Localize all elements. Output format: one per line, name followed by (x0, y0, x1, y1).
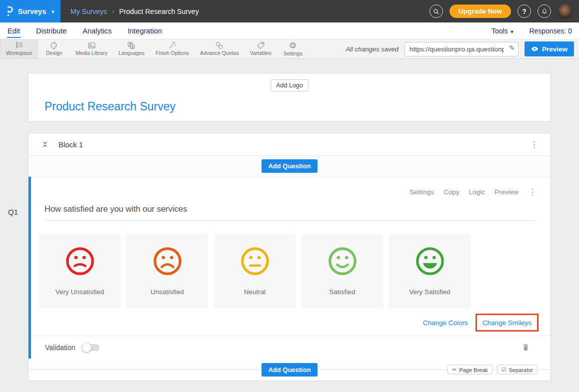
toolbar-item-label: Workspace (6, 50, 32, 57)
toolbar-item-languages[interactable]: Languages (113, 39, 150, 58)
block-title[interactable]: Block 1 (58, 140, 83, 149)
change-colors-link[interactable]: Change Colors (423, 319, 468, 327)
footer-actions: ✂ Page Break ☑ Separator (448, 365, 538, 375)
validation-toggle[interactable] (82, 344, 100, 351)
question-mark-icon: ? (522, 7, 526, 15)
block-footer: Add Question ✂ Page Break ☑ Separator (28, 359, 550, 381)
edit-url-pencil-icon[interactable]: ✎ (509, 44, 515, 52)
smiley-rating-options: Very Unsatisfied Unsatisfied (39, 234, 550, 308)
page-break-button[interactable]: ✂ Page Break (448, 365, 492, 375)
rating-option-label: Very Unsatisfied (56, 288, 104, 296)
collapse-block-icon[interactable] (42, 140, 48, 148)
add-logo-button[interactable]: Add Logo (270, 79, 308, 91)
tag-icon (256, 41, 266, 50)
editor-toolbar: Workspace Design Media Library Languages (0, 39, 579, 59)
translate-icon (126, 41, 136, 50)
question-action-menu: Settings Copy Logic Preview ⋮ (31, 177, 550, 196)
search-icon (432, 8, 440, 15)
checkbox-icon: ☑ (502, 367, 506, 373)
question-preview-link[interactable]: Preview (494, 188, 518, 196)
smiley-satisfied-icon (327, 246, 358, 277)
question-text-wrap: How satisfied are you with our services (44, 204, 536, 221)
toolbar-item-settings[interactable]: ⚙ Settings (277, 39, 309, 58)
brand-label: Surveys (18, 7, 46, 15)
rating-option-label: Very Satisfied (409, 288, 450, 296)
question-card: Q1 Settings Copy Logic Preview ⋮ How sat… (28, 177, 550, 359)
topbar-actions: Upgrade Now ? (430, 4, 579, 18)
autosave-status: All changes saved (346, 45, 398, 53)
add-question-button-bottom[interactable]: Add Question (262, 363, 317, 377)
search-button[interactable] (430, 4, 443, 18)
change-smileys-link[interactable]: Change Smileys (482, 319, 532, 327)
breadcrumb-current: Product Research Survey (119, 7, 199, 15)
toolbar-item-label: Finish Options (156, 50, 189, 57)
smiley-very-satisfied-icon (414, 246, 446, 277)
chevron-down-icon: ▼ (50, 9, 55, 14)
delete-question-button[interactable] (522, 343, 530, 352)
tab-distribute[interactable]: Distribute (36, 24, 67, 38)
chain-links-icon (214, 41, 224, 50)
rating-option-very-satisfied[interactable]: Very Satisfied (389, 234, 470, 308)
image-icon (87, 41, 96, 50)
preview-button[interactable]: Preview (524, 41, 574, 56)
toolbar-item-label: Advance Quotas (200, 50, 239, 57)
survey-url-wrap: ✎ (404, 42, 518, 56)
tab-edit[interactable]: Edit (7, 24, 20, 38)
brand-menu[interactable]: Surveys ▼ (0, 0, 60, 22)
toolbar-item-advance-quotas[interactable]: Advance Quotas (194, 39, 244, 58)
rating-option-label: Neutral (244, 288, 266, 296)
toolbar-item-label: Languages (118, 50, 144, 57)
magic-wand-icon (168, 41, 177, 50)
question-settings-link[interactable]: Settings (410, 188, 434, 196)
nav-right: Tools ▼ Responses: 0 (492, 27, 572, 35)
trash-icon (522, 343, 530, 352)
toggle-knob (82, 343, 92, 353)
toolbar-item-workspace[interactable]: Workspace (0, 39, 38, 58)
tools-dropdown[interactable]: Tools ▼ (492, 27, 514, 35)
topbar: Surveys ▼ My Surveys › Product Research … (0, 0, 579, 22)
add-question-button-top[interactable]: Add Question (262, 159, 317, 173)
bell-icon (541, 8, 548, 15)
questionpro-logo (6, 6, 14, 17)
question-text[interactable]: How satisfied are you with our services (44, 204, 187, 213)
smiley-very-unsatisfied-icon (64, 246, 96, 277)
rating-option-neutral[interactable]: Neutral (214, 234, 296, 308)
help-button[interactable]: ? (518, 4, 531, 18)
rating-option-satisfied[interactable]: Satisfied (302, 234, 383, 308)
eye-icon (531, 46, 538, 52)
smiley-unsatisfied-icon (152, 246, 183, 277)
toolbar-item-label: Design (46, 50, 62, 57)
toolbar-item-finish-options[interactable]: Finish Options (150, 39, 194, 58)
toolbar-right: All changes saved ✎ Preview (346, 39, 579, 58)
tab-integration[interactable]: Integration (127, 24, 162, 38)
survey-header-card: Add Logo Product Research Survey (28, 73, 551, 122)
validation-row: Validation (31, 336, 550, 359)
toolbar-item-media-library[interactable]: Media Library (70, 39, 113, 58)
separator-button[interactable]: ☑ Separator (497, 365, 538, 375)
responses-count[interactable]: Responses: 0 (529, 27, 572, 35)
question-menu-kebab-icon[interactable]: ⋮ (528, 188, 536, 196)
block-menu-kebab-icon[interactable]: ⋮ (530, 140, 538, 149)
workspace-icon (14, 41, 24, 50)
add-question-row-top: Add Question (28, 156, 550, 177)
user-avatar[interactable] (558, 4, 572, 18)
section-nav: Edit Distribute Analytics Integration To… (0, 22, 579, 39)
question-copy-link[interactable]: Copy (444, 188, 460, 196)
rating-option-unsatisfied[interactable]: Unsatisfied (126, 234, 208, 308)
notifications-button[interactable] (538, 4, 551, 18)
rating-option-very-unsatisfied[interactable]: Very Unsatisfied (39, 234, 120, 308)
tab-analytics[interactable]: Analytics (82, 24, 112, 38)
block-header: Block 1 ⋮ (28, 133, 550, 156)
toolbar-item-variables[interactable]: Variables (244, 39, 277, 58)
gear-icon: ⚙ (289, 41, 296, 50)
upgrade-now-button[interactable]: Upgrade Now (450, 4, 511, 18)
breadcrumb-parent-link[interactable]: My Surveys (70, 7, 107, 15)
question-logic-link[interactable]: Logic (469, 188, 485, 196)
toolbar-item-design[interactable]: Design (38, 39, 70, 58)
block-card: Block 1 ⋮ Add Question Q1 Settings Copy … (28, 133, 551, 381)
survey-url-input[interactable] (404, 42, 518, 56)
toolbar-item-label: Settings (284, 50, 302, 58)
rating-option-label: Satisfied (330, 288, 356, 296)
smiley-neutral-icon (240, 246, 270, 277)
survey-title[interactable]: Product Research Survey (44, 100, 176, 113)
